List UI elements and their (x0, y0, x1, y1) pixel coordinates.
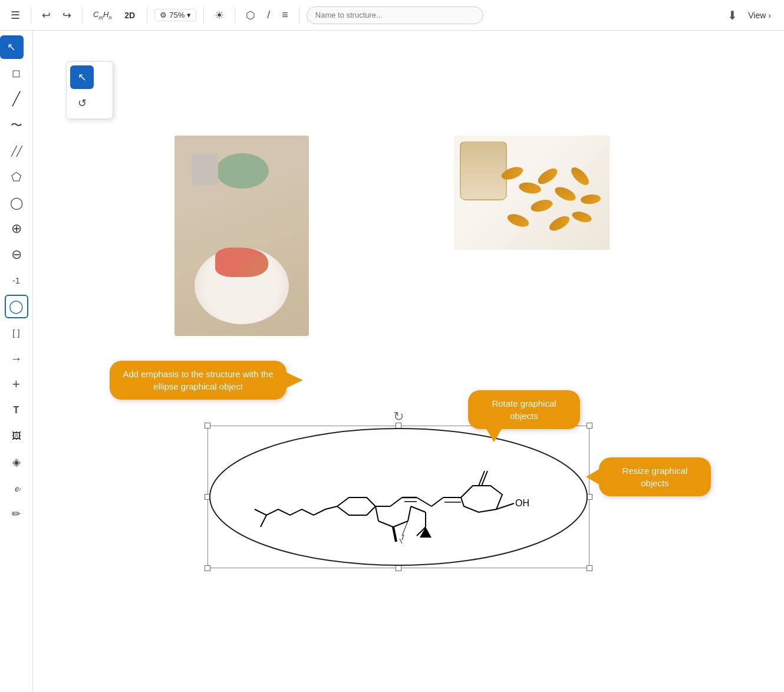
main-area: ↖ ◻ ╱ 〜 ╱╱ ⬠ ◯ ⊕ ⊖ -1 ◯ [ ] → + T 🖼 ◈ 𝓮 … (0, 31, 784, 692)
view-label: View (748, 11, 766, 20)
divider-4 (203, 7, 204, 24)
divider-2 (82, 7, 83, 24)
resize-tooltip: Resize graphical objects (599, 457, 711, 496)
theme-button[interactable]: ☀ (211, 6, 228, 24)
divider-3 (147, 7, 147, 24)
select-subtool-panel: ↖ ↺ (66, 61, 113, 119)
food-image-2 (454, 136, 610, 250)
divider-6 (299, 7, 299, 24)
eraser-button[interactable]: ⬡ (242, 6, 259, 24)
select-subtool-button[interactable]: ↖ (70, 65, 94, 89)
svg-line-1 (261, 515, 266, 527)
svg-marker-2 (337, 497, 375, 515)
view-button[interactable]: View › (742, 8, 777, 22)
pen-button[interactable]: / (263, 6, 274, 24)
bond-line-button[interactable]: ╱ (5, 87, 28, 111)
divider-5 (235, 7, 235, 24)
zoom-out-button[interactable]: ⊖ (5, 243, 28, 266)
svg-line-14 (408, 506, 411, 521)
formula-display[interactable]: CmHn (90, 9, 115, 22)
main-toolbar: ☰ ↩ ↪ CmHn 2D ⚙ 75% ▾ ☀ ⬡ / ≡ ⬇ View › (0, 0, 784, 31)
curve-button[interactable]: 𝓮 (5, 476, 28, 500)
layers-button[interactable]: ≡ (278, 6, 292, 24)
svg-line-8 (431, 497, 443, 506)
pencil-tool-button[interactable]: ✏ (5, 502, 28, 526)
toolbar-right-section: ⬇ View › (727, 8, 777, 22)
molecule-structure: OH (243, 439, 555, 556)
lasso-subtool-button[interactable]: ↺ (70, 91, 94, 115)
zoom-in-button[interactable]: ⊕ (5, 217, 28, 240)
menu-button[interactable]: ☰ (7, 6, 24, 24)
plus-button[interactable]: + (5, 373, 28, 396)
svg-marker-17 (461, 486, 502, 512)
text-button[interactable]: T (5, 398, 28, 422)
ring-button[interactable]: ◯ (5, 191, 28, 215)
svg-line-26 (400, 539, 402, 543)
zoom-control[interactable]: ⚙ 75% ▾ (154, 9, 196, 21)
ellipse-button[interactable]: ◯ (5, 295, 28, 318)
left-sidebar: ↖ ◻ ╱ 〜 ╱╱ ⬠ ◯ ⊕ ⊖ -1 ◯ [ ] → + T 🖼 ◈ 𝓮 … (0, 31, 33, 692)
svg-line-7 (417, 497, 431, 506)
svg-line-12 (378, 521, 393, 527)
name-to-structure-input[interactable] (307, 6, 483, 24)
image-button[interactable]: 🖼 (5, 424, 28, 448)
undo-button[interactable]: ↩ (38, 6, 54, 24)
svg-line-19 (482, 471, 487, 486)
svg-line-20 (496, 503, 514, 509)
mode-2d-button[interactable]: 2D (120, 9, 140, 21)
canvas-area[interactable]: ↖ ↺ (33, 31, 784, 692)
rotate-tooltip: Rotate graphical objects (468, 390, 580, 429)
atom-button[interactable]: -1 (5, 269, 28, 292)
view-chevron: › (768, 11, 771, 20)
svg-line-15 (393, 527, 396, 542)
svg-line-18 (479, 471, 485, 486)
redo-button[interactable]: ↪ (59, 6, 75, 24)
arrow-button[interactable]: → (5, 347, 28, 370)
squiggle-button[interactable]: 〜 (5, 113, 28, 137)
ellipse-tooltip-text: Add emphasis to the structure with the e… (123, 369, 273, 391)
svg-line-4 (390, 497, 402, 506)
rotate-tooltip-text: Rotate graphical objects (492, 398, 556, 421)
divider-1 (31, 7, 31, 24)
food-image-1 (174, 136, 309, 336)
select-tool-button[interactable]: ↖ (0, 35, 24, 59)
svg-marker-27 (420, 527, 431, 538)
svg-text:OH: OH (515, 498, 529, 508)
zoom-level: 75% (169, 11, 185, 19)
erase-group-button[interactable]: ◈ (5, 450, 28, 474)
zoom-chevron: ▾ (187, 11, 191, 19)
pentagon-button[interactable]: ⬠ (5, 165, 28, 189)
settings-icon: ⚙ (160, 11, 167, 19)
ellipse-tooltip: Add emphasis to the structure with the e… (110, 361, 286, 400)
download-button[interactable]: ⬇ (727, 8, 737, 22)
eraser-tool-button[interactable]: ◻ (5, 61, 28, 85)
resize-tooltip-text: Resize graphical objects (622, 466, 688, 488)
bracket-button[interactable]: [ ] (5, 321, 28, 344)
svg-line-16 (411, 506, 426, 512)
ellipse-object[interactable]: ↻ (207, 409, 589, 568)
dashed-line-button[interactable]: ╱╱ (5, 139, 28, 163)
svg-line-11 (375, 506, 378, 521)
